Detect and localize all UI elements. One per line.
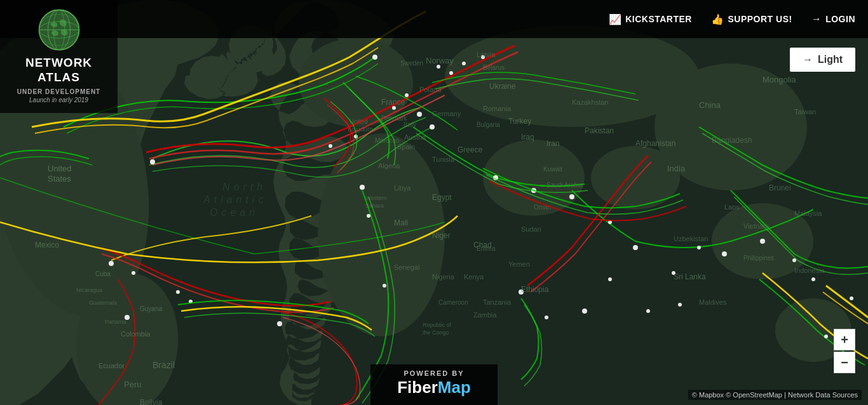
svg-point-27 <box>760 239 765 244</box>
svg-point-45 <box>697 246 701 249</box>
svg-point-22 <box>569 194 574 199</box>
attribution: © Mapbox © OpenStreetMap | Network Data … <box>688 390 862 400</box>
svg-text:Atlantic: Atlantic <box>203 194 267 205</box>
svg-text:Zambia: Zambia <box>473 311 498 319</box>
fibermap-logo: FiberMap <box>390 377 478 399</box>
svg-point-17 <box>329 144 332 148</box>
svg-text:Indonesia: Indonesia <box>794 267 825 274</box>
svg-text:Ocean: Ocean <box>210 207 259 218</box>
svg-text:Mexico: Mexico <box>35 241 59 249</box>
kickstarter-label: KICKSTARTER <box>625 14 692 24</box>
svg-text:Mali: Mali <box>394 218 408 227</box>
svg-point-28 <box>792 258 796 262</box>
svg-text:Romania: Romania <box>483 105 512 112</box>
svg-point-42 <box>608 277 612 281</box>
fibermap-map-text: Map <box>438 378 471 397</box>
svg-text:Iraq: Iraq <box>521 133 534 142</box>
svg-point-46 <box>824 335 828 338</box>
svg-text:Guyana: Guyana <box>140 305 162 312</box>
svg-text:Uzbekistan: Uzbekistan <box>674 235 708 242</box>
svg-text:Oman: Oman <box>534 204 551 211</box>
svg-point-30 <box>109 261 114 266</box>
brand: NETWORK ATLAS UNDER DEVELOPMENT Launch i… <box>0 0 118 113</box>
svg-text:Tanzania: Tanzania <box>483 298 512 306</box>
svg-text:Brunei: Brunei <box>769 183 791 192</box>
login-link[interactable]: → LOGIN <box>811 13 855 25</box>
kickstarter-link[interactable]: 📈 KICKSTARTER <box>609 13 692 25</box>
svg-text:Sahara: Sahara <box>365 202 384 209</box>
support-label: SUPPORT US! <box>728 14 792 24</box>
svg-point-36 <box>360 185 365 190</box>
svg-text:Latvia: Latvia <box>477 51 496 58</box>
svg-text:Yemen: Yemen <box>508 260 530 268</box>
svg-point-29 <box>811 277 815 281</box>
svg-text:Kazakhstan: Kazakhstan <box>572 98 608 106</box>
zoom-out-button[interactable]: − <box>834 352 855 373</box>
svg-text:Republic of: Republic of <box>423 322 452 328</box>
light-mode-button[interactable]: → Light <box>790 48 855 72</box>
svg-text:Guatemala: Guatemala <box>89 300 117 306</box>
svg-point-43 <box>646 309 650 313</box>
navbar: 📈 KICKSTARTER 👍 SUPPORT US! → LOGIN <box>0 0 868 38</box>
svg-text:Nigeria: Nigeria <box>432 273 455 281</box>
svg-text:Belarus: Belarus <box>483 64 505 71</box>
svg-text:Ukraine: Ukraine <box>489 82 516 91</box>
svg-point-47 <box>850 296 853 300</box>
powered-by-label: POWERED BY <box>390 369 478 377</box>
arrow-right-icon: → <box>803 54 813 65</box>
svg-point-26 <box>722 251 727 256</box>
svg-text:Senegal: Senegal <box>394 263 419 271</box>
zoom-in-button[interactable]: + <box>834 329 855 350</box>
svg-text:Malaysia: Malaysia <box>794 209 822 217</box>
svg-text:Niger: Niger <box>432 231 451 240</box>
svg-text:Sudan: Sudan <box>521 225 541 233</box>
svg-text:Kuwait: Kuwait <box>543 166 562 173</box>
svg-text:Germany: Germany <box>432 110 461 117</box>
light-button-label: Light <box>818 54 843 65</box>
world-map: United States Mexico Cuba Nicaragua Guat… <box>0 0 868 405</box>
svg-text:Nicaragua: Nicaragua <box>76 287 102 293</box>
svg-text:Denmark: Denmark <box>381 115 408 122</box>
svg-text:United: United <box>48 164 72 173</box>
svg-text:France: France <box>381 98 405 107</box>
svg-text:Pakistan: Pakistan <box>585 126 614 135</box>
svg-text:Mongolia: Mongolia <box>763 75 797 84</box>
svg-point-4 <box>299 38 413 127</box>
brand-subtitle: UNDER DEVELOPMENT <box>10 88 108 95</box>
svg-text:Afghanistan: Afghanistan <box>635 139 675 148</box>
svg-text:Austria: Austria <box>404 133 426 141</box>
svg-point-41 <box>582 309 587 314</box>
svg-point-40 <box>545 315 548 319</box>
support-link[interactable]: 👍 SUPPORT US! <box>711 13 792 25</box>
svg-text:Eritrea: Eritrea <box>477 245 496 252</box>
svg-text:North: North <box>222 182 266 192</box>
svg-text:Western: Western <box>365 195 386 201</box>
svg-text:Sweden: Sweden <box>400 60 423 67</box>
svg-text:Philippines: Philippines <box>743 255 774 262</box>
svg-text:Greece: Greece <box>458 145 483 154</box>
svg-text:Maldives: Maldives <box>699 298 727 306</box>
svg-text:Sri Lanka: Sri Lanka <box>674 272 706 281</box>
brand-title: NETWORK ATLAS <box>10 56 108 85</box>
svg-text:Peru: Peru <box>124 380 141 389</box>
svg-text:Spain: Spain <box>397 143 415 150</box>
svg-point-13 <box>372 55 377 60</box>
svg-text:Bulgaria: Bulgaria <box>477 121 500 128</box>
svg-point-50 <box>449 71 453 75</box>
nav-links: 📈 KICKSTARTER 👍 SUPPORT US! → LOGIN <box>609 13 855 25</box>
svg-text:Colombia: Colombia <box>121 330 151 338</box>
brand-launch: Launch in early 2019 <box>10 96 108 103</box>
svg-point-14 <box>417 112 422 117</box>
svg-point-44 <box>678 303 682 307</box>
login-label: LOGIN <box>825 14 855 24</box>
svg-text:Egypt: Egypt <box>432 193 452 202</box>
svg-point-24 <box>633 245 638 250</box>
svg-text:the Congo: the Congo <box>423 329 449 336</box>
svg-text:Vietnam: Vietnam <box>743 222 769 230</box>
svg-text:Ethiopia: Ethiopia <box>521 285 549 294</box>
svg-text:Tunisia: Tunisia <box>432 156 455 163</box>
svg-point-12 <box>150 159 155 164</box>
zoom-controls: + − <box>834 329 855 373</box>
svg-text:Brazil: Brazil <box>153 360 175 370</box>
svg-text:Poland: Poland <box>419 86 441 93</box>
